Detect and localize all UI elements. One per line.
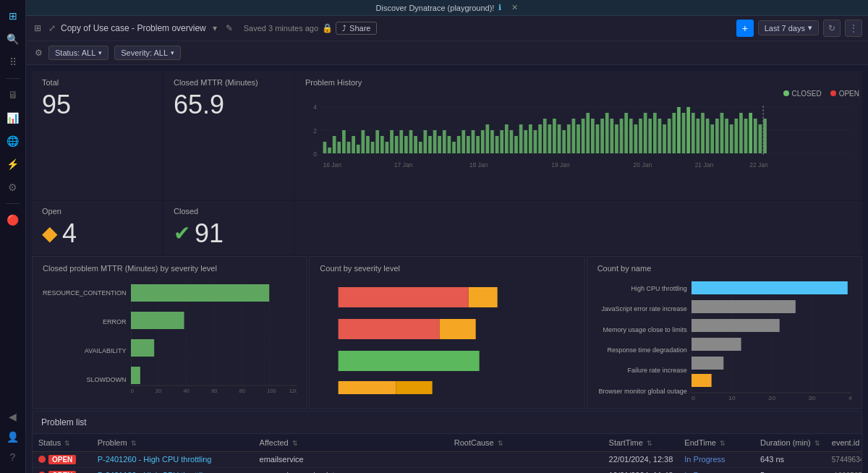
svg-rect-9	[337, 142, 341, 153]
svg-rect-95	[749, 113, 752, 153]
sidebar-infra-icon[interactable]: 🖥	[3, 85, 23, 105]
severity-label-0: RESOURCE_CONTENTION	[43, 289, 127, 297]
svg-text:80: 80	[239, 388, 244, 394]
mttr-label: Closed MTTR (Minutes)	[174, 78, 284, 87]
svg-rect-39	[481, 130, 485, 153]
table-row[interactable]: OPEN P-2401189 - High CPU throttling ung…	[33, 467, 861, 473]
svg-text:0: 0	[131, 388, 134, 394]
endtime-cell: In Progress	[678, 451, 754, 467]
svg-rect-139	[692, 300, 796, 313]
closed-check-icon: ✔	[174, 221, 190, 245]
sidebar-search-icon[interactable]: 🔍	[3, 29, 23, 49]
svg-rect-34	[457, 136, 461, 153]
closed-card: Closed ✔ 91	[163, 201, 294, 255]
col-affected[interactable]: Affected ⇅	[254, 434, 448, 452]
open-card: Open ◆ 4	[32, 201, 162, 255]
sidebar-settings-icon[interactable]: ⚙	[3, 177, 23, 197]
svg-text:20: 20	[768, 394, 775, 401]
table-row[interactable]: OPEN P-2401260 - High CPU throttling ema…	[33, 451, 861, 467]
svg-rect-86	[706, 119, 710, 153]
col-rootcause[interactable]: RootCause ⇅	[448, 434, 603, 452]
mttr-value: 65.9	[174, 90, 284, 120]
starttime-cell: 22/01/2024, 12:38	[603, 451, 679, 467]
problem-cell[interactable]: P-2401189 - High CPU throttling	[92, 467, 254, 473]
svg-rect-71	[634, 124, 638, 153]
svg-rect-75	[653, 113, 657, 153]
time-range-selector[interactable]: Last 7 days ▾	[758, 20, 819, 35]
svg-rect-15	[366, 136, 370, 153]
end-time-value: In Progress	[684, 455, 725, 464]
svg-text:18 Jan: 18 Jan	[469, 161, 488, 169]
sidebar-problems-icon[interactable]: ⚡	[3, 154, 23, 174]
open-value: ◆ 4	[42, 218, 152, 249]
svg-rect-50	[534, 130, 537, 153]
filter-bar: ⚙ Status: ALL ▾ Severity: ALL ▾	[26, 41, 868, 65]
expand-icon[interactable]: ⤢	[46, 22, 58, 34]
svg-rect-114	[131, 284, 269, 302]
sidebar-alert-icon[interactable]: 🔴	[3, 210, 23, 230]
col-duration[interactable]: Duration (min) ⇅	[754, 434, 826, 452]
col-status[interactable]: Status ⇅	[33, 434, 92, 452]
svg-rect-90	[725, 119, 728, 153]
sidebar-help-icon[interactable]: ?	[3, 447, 23, 467]
svg-rect-27	[423, 130, 427, 153]
breadcrumb-chevron-icon[interactable]: ▾	[209, 22, 221, 34]
svg-rect-62	[591, 119, 595, 153]
svg-text:4: 4	[313, 103, 317, 111]
time-range-value: Last 7 days	[765, 24, 805, 33]
edit-icon[interactable]: ✎	[224, 22, 235, 34]
notification-text: Discover Dynatrace (playground)!	[376, 4, 495, 12]
sidebar-collapse-icon[interactable]: ◀	[3, 406, 23, 427]
svg-rect-63	[596, 124, 600, 153]
problem-cell[interactable]: P-2401260 - High CPU throttling	[92, 451, 254, 467]
svg-rect-69	[624, 113, 628, 153]
notification-close-icon[interactable]: ✕	[511, 3, 518, 12]
problem-table-wrapper[interactable]: Status ⇅ Problem ⇅ Affected ⇅ RootCause …	[33, 434, 861, 473]
problem-sort-icon: ⇅	[131, 440, 137, 447]
col-endtime[interactable]: EndTime ⇅	[678, 434, 754, 452]
status-filter[interactable]: Status: ALL ▾	[48, 46, 109, 60]
sidebar-user-icon[interactable]: 👤	[3, 427, 23, 447]
severity-mttr-svg: 0 20 40 60 80 100 120	[131, 278, 297, 394]
svg-rect-87	[710, 124, 714, 153]
col-starttime[interactable]: StartTime ⇅	[603, 434, 679, 452]
svg-rect-42	[495, 136, 499, 153]
svg-text:60: 60	[211, 388, 217, 394]
severity-filter-chevron: ▾	[171, 49, 174, 56]
svg-rect-58	[572, 119, 576, 153]
svg-rect-129	[339, 351, 480, 371]
duration-cell: 5 μs	[754, 467, 826, 473]
svg-rect-80	[677, 107, 681, 153]
main-content: Total 95 Closed MTTR (Minutes) 65.9 Prob…	[26, 65, 868, 473]
svg-text:21 Jan: 21 Jan	[695, 161, 714, 169]
count-by-name-title: Count by name	[597, 264, 851, 273]
svg-rect-12	[352, 136, 355, 153]
svg-rect-131	[396, 381, 433, 394]
more-options-button[interactable]: ⋮	[845, 20, 862, 37]
refresh-button[interactable]: ↻	[823, 20, 841, 37]
svg-text:19 Jan: 19 Jan	[551, 161, 570, 169]
svg-rect-57	[567, 124, 571, 153]
add-dashboard-button[interactable]: +	[736, 20, 754, 37]
svg-rect-78	[668, 119, 671, 153]
svg-rect-93	[739, 113, 743, 153]
history-chart-card: Problem History CLOSED OPEN 4	[295, 71, 862, 200]
svg-rect-49	[529, 124, 532, 153]
col-eventid[interactable]: event.id ⇅	[826, 434, 861, 452]
status-filter-chevron: ▾	[98, 49, 102, 56]
svg-rect-47	[519, 124, 523, 153]
affected-sort-icon: ⇅	[292, 440, 298, 447]
open-warning-icon: ◆	[42, 221, 58, 245]
sidebar-apps2-icon[interactable]: 📊	[3, 108, 23, 128]
sidebar-home-icon[interactable]: ⊞	[3, 6, 23, 26]
time-range-chevron: ▾	[808, 23, 812, 33]
svg-rect-68	[620, 119, 624, 153]
svg-rect-94	[744, 119, 748, 153]
severity-filter[interactable]: Severity: ALL ▾	[114, 46, 181, 60]
sidebar-digital-icon[interactable]: 🌐	[3, 131, 23, 151]
svg-rect-28	[428, 136, 432, 153]
sidebar-apps-icon[interactable]: ⠿	[3, 52, 23, 72]
svg-rect-52	[543, 119, 547, 153]
col-problem[interactable]: Problem ⇅	[92, 434, 254, 452]
share-button[interactable]: ⤴ Share	[336, 22, 377, 35]
